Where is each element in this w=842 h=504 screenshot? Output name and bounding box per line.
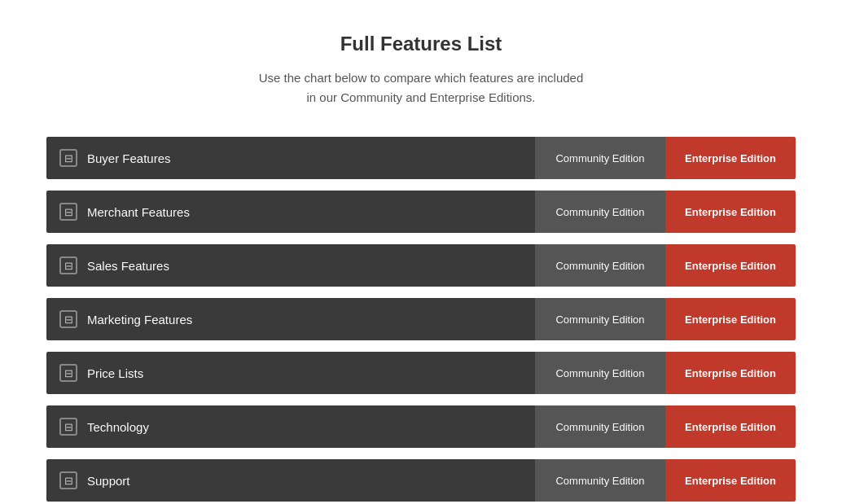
feature-label-support: ⊟ Support [46,459,535,502]
feature-name-marketing-features: Marketing Features [87,313,192,327]
feature-row-marketing-features[interactable]: ⊟ Marketing Features Community Edition E… [46,298,796,340]
enterprise-col-buyer-features: Enterprise Edition [665,137,796,179]
community-col-sales-features: Community Edition [535,244,665,287]
feature-name-technology: Technology [87,420,149,434]
page-title: Full Features List [340,33,502,55]
feature-label-price-lists: ⊟ Price Lists [46,352,535,394]
toggle-icon-buyer-features[interactable]: ⊟ [59,149,77,167]
feature-row-price-lists[interactable]: ⊟ Price Lists Community Edition Enterpri… [46,352,796,394]
feature-name-support: Support [87,474,130,488]
page-subtitle: Use the chart below to compare which fea… [259,68,584,107]
enterprise-col-marketing-features: Enterprise Edition [665,298,796,340]
feature-name-buyer-features: Buyer Features [87,151,171,165]
toggle-icon-merchant-features[interactable]: ⊟ [59,203,77,221]
toggle-icon-technology[interactable]: ⊟ [59,418,77,436]
feature-label-buyer-features: ⊟ Buyer Features [46,137,535,179]
feature-label-technology: ⊟ Technology [46,405,535,448]
feature-row-merchant-features[interactable]: ⊟ Merchant Features Community Edition En… [46,191,796,233]
enterprise-col-technology: Enterprise Edition [665,405,796,448]
feature-name-merchant-features: Merchant Features [87,205,190,219]
feature-row-buyer-features[interactable]: ⊟ Buyer Features Community Edition Enter… [46,137,796,179]
feature-label-merchant-features: ⊟ Merchant Features [46,191,535,233]
features-table: ⊟ Buyer Features Community Edition Enter… [46,137,796,504]
community-col-price-lists: Community Edition [535,352,665,394]
enterprise-col-merchant-features: Enterprise Edition [665,191,796,233]
subtitle-line1: Use the chart below to compare which fea… [259,71,584,85]
community-col-buyer-features: Community Edition [535,137,665,179]
feature-row-support[interactable]: ⊟ Support Community Edition Enterprise E… [46,459,796,502]
community-col-marketing-features: Community Edition [535,298,665,340]
community-col-technology: Community Edition [535,405,665,448]
toggle-icon-price-lists[interactable]: ⊟ [59,364,77,382]
toggle-icon-support[interactable]: ⊟ [59,471,77,489]
community-col-merchant-features: Community Edition [535,191,665,233]
enterprise-col-sales-features: Enterprise Edition [665,244,796,287]
feature-name-sales-features: Sales Features [87,259,169,273]
feature-row-sales-features[interactable]: ⊟ Sales Features Community Edition Enter… [46,244,796,287]
subtitle-line2: in our Community and Enterprise Editions… [307,90,536,104]
feature-label-marketing-features: ⊟ Marketing Features [46,298,535,340]
community-col-support: Community Edition [535,459,665,502]
toggle-icon-marketing-features[interactable]: ⊟ [59,310,77,328]
enterprise-col-price-lists: Enterprise Edition [665,352,796,394]
feature-name-price-lists: Price Lists [87,366,143,380]
feature-row-technology[interactable]: ⊟ Technology Community Edition Enterpris… [46,405,796,448]
feature-label-sales-features: ⊟ Sales Features [46,244,535,287]
toggle-icon-sales-features[interactable]: ⊟ [59,256,77,274]
enterprise-col-support: Enterprise Edition [665,459,796,502]
